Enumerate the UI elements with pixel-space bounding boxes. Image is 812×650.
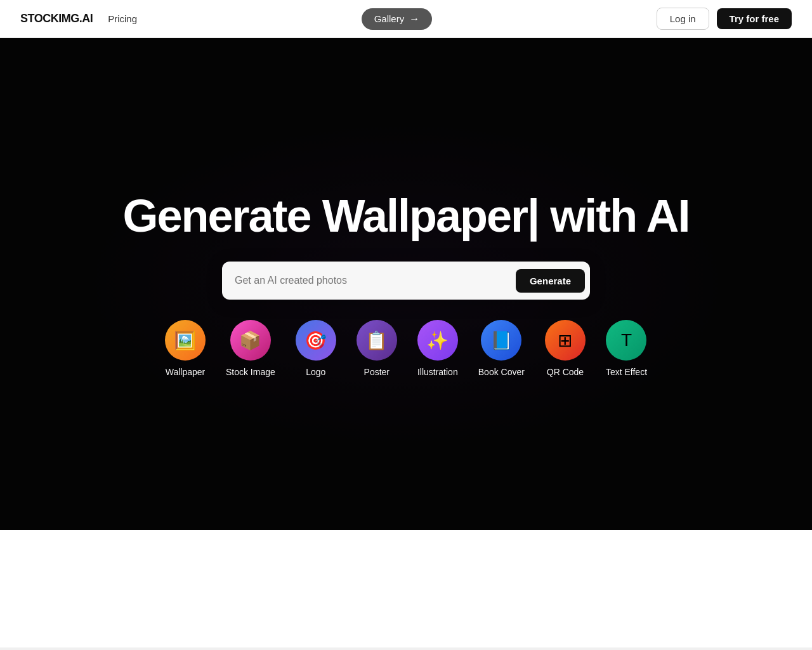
hero-content: Generate Wallpaper| with AI Generate 🖼️W…	[0, 38, 812, 530]
category-item-wallpaper[interactable]: 🖼️Wallpaper	[165, 320, 206, 377]
nav-left: STOCKIMG.AI Pricing	[20, 12, 137, 25]
wallpaper-icon: 🖼️	[165, 320, 206, 361]
stock-image-label: Stock Image	[226, 367, 275, 377]
poster-icon: 📋	[357, 320, 397, 361]
category-item-logo[interactable]: 🎯Logo	[296, 320, 336, 377]
search-input[interactable]	[235, 275, 516, 286]
nav-right: Log in Try for free	[657, 8, 792, 30]
generate-button[interactable]: Generate	[516, 269, 585, 293]
wallpaper-label: Wallpaper	[166, 367, 206, 377]
text-effect-icon: T	[606, 320, 646, 361]
text-effect-label: Text Effect	[606, 367, 647, 377]
nav-pricing[interactable]: Pricing	[108, 13, 137, 24]
illus-label: Illustration	[417, 367, 458, 377]
hero-title-text: Generate Wallpaper	[122, 190, 527, 241]
category-item-book-cover[interactable]: 📘Book Cover	[478, 320, 525, 377]
category-item-stock-image[interactable]: 📦Stock Image	[226, 320, 275, 377]
navbar: STOCKIMG.AI Pricing Gallery → Log in Try…	[0, 0, 812, 38]
gallery-button[interactable]: Gallery →	[362, 8, 433, 30]
category-item-illus[interactable]: ✨Illustration	[417, 320, 458, 377]
qr-code-label: QR Code	[547, 367, 584, 377]
hero-section: 🐯🦊🐻🦋🌊🎮🎨🦅🌸🎭🦁🐼🐸🌺🎯🦄🐲🌙🎪🦖🎸🌈🐬🦊🌟🎭🦋🐯🎮🌊🌸🎨🦅🐻🎪🌺🎯🦄🐲🌙…	[0, 38, 812, 530]
cursor-pipe: |	[527, 190, 539, 241]
qr-code-icon: ⊞	[545, 320, 586, 361]
category-item-text-effect[interactable]: TText Effect	[606, 320, 647, 377]
logo-label: Logo	[306, 367, 325, 377]
logo[interactable]: STOCKIMG.AI	[20, 12, 93, 25]
gallery-label: Gallery	[374, 13, 405, 24]
hero-title-ai: with AI	[539, 190, 689, 241]
category-item-poster[interactable]: 📋Poster	[357, 320, 397, 377]
category-item-qr-code[interactable]: ⊞QR Code	[545, 320, 586, 377]
book-cover-icon: 📘	[481, 320, 521, 361]
book-cover-label: Book Cover	[478, 367, 525, 377]
poster-label: Poster	[364, 367, 390, 377]
login-button[interactable]: Log in	[657, 8, 709, 30]
stock-image-icon: 📦	[230, 320, 271, 361]
below-hero	[0, 530, 812, 647]
try-free-button[interactable]: Try for free	[717, 8, 792, 29]
logo-icon: 🎯	[296, 320, 336, 361]
arrow-icon: →	[409, 13, 419, 25]
category-row: 🖼️Wallpaper📦Stock Image🎯Logo📋Poster✨Illu…	[165, 320, 647, 377]
illus-icon: ✨	[417, 320, 458, 361]
search-bar: Generate	[222, 262, 590, 300]
nav-center: Gallery →	[362, 8, 433, 30]
hero-title: Generate Wallpaper| with AI	[122, 191, 689, 241]
